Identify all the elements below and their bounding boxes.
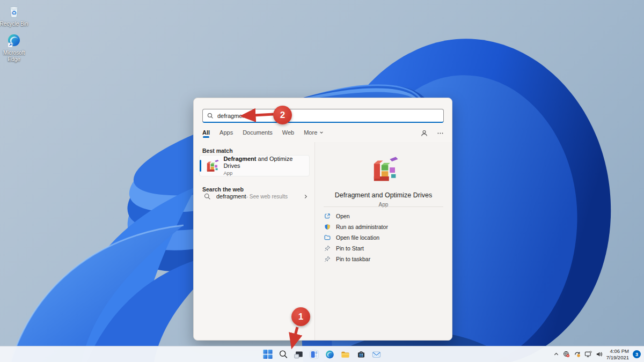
- pin-icon: [324, 245, 331, 252]
- edge-icon: [6, 32, 22, 48]
- tray-security-alert-icon[interactable]: [563, 351, 570, 358]
- action-run-as-administrator[interactable]: Run as administrator: [324, 221, 447, 232]
- action-pin-to-start[interactable]: Pin to Start: [324, 243, 447, 254]
- web-search-result[interactable]: defragment - See web results: [199, 189, 311, 203]
- mail-icon: [372, 350, 382, 359]
- tab-apps[interactable]: Apps: [219, 129, 233, 138]
- system-tray: 4:06 PM 7/19/2021 3: [553, 346, 641, 362]
- tab-more[interactable]: More: [304, 129, 324, 138]
- web-result-query: defragment: [216, 193, 246, 200]
- desktop-icon-label: Microsoft Edge: [0, 50, 31, 62]
- annotation-arrow-to-taskbar-search: [283, 326, 305, 353]
- annotation-step-1: 1: [291, 307, 310, 326]
- search-icon: [204, 193, 211, 200]
- best-match-header: Best match: [202, 147, 314, 154]
- microsoft-store-button[interactable]: [355, 348, 368, 361]
- annotation-step-1-number: 1: [291, 307, 310, 326]
- desktop-icon-label: Recycle Bin: [0, 21, 28, 27]
- account-icon[interactable]: [420, 129, 428, 137]
- desktop-icon-microsoft-edge[interactable]: Microsoft Edge: [0, 32, 31, 62]
- action-pin-to-taskbar[interactable]: Pin to taskbar: [324, 254, 447, 264]
- svg-text:♻: ♻: [11, 10, 17, 16]
- edge-icon: [325, 350, 335, 359]
- tray-update-pending-icon[interactable]: [574, 351, 581, 358]
- annotation-step-2-number: 2: [273, 106, 292, 124]
- preview-app-title: Defragment and Optimize Drives: [335, 191, 432, 199]
- best-match-title: Defragment and Optimize Drives: [223, 156, 309, 169]
- tab-web[interactable]: Web: [282, 129, 294, 138]
- web-result-suffix: - See web results: [246, 194, 288, 200]
- widgets-icon: [310, 350, 319, 359]
- search-results: Best match Defrag: [194, 142, 452, 340]
- chevron-right-icon[interactable]: [303, 194, 308, 199]
- start-button[interactable]: [261, 348, 274, 361]
- best-match-result[interactable]: Defragment and Optimize Drives App: [199, 155, 310, 176]
- recycle-bin-icon: ♻: [6, 3, 22, 19]
- tray-volume-icon[interactable]: [596, 351, 603, 358]
- notification-count-badge[interactable]: 3: [633, 350, 641, 358]
- tab-all[interactable]: All: [202, 129, 210, 138]
- folder-icon: [324, 234, 331, 241]
- action-open-file-location[interactable]: Open file location: [324, 232, 447, 243]
- tray-pc-icon[interactable]: [584, 351, 592, 358]
- search-icon: [207, 113, 214, 119]
- widgets-button[interactable]: [308, 348, 321, 361]
- selection-accent-bar: [200, 160, 201, 172]
- pin-icon: [324, 256, 331, 262]
- store-icon: [356, 350, 365, 359]
- defrag-app-icon: [204, 158, 219, 173]
- desktop-icon-recycle-bin[interactable]: ♻ Recycle Bin: [0, 3, 31, 27]
- desktop: ♻ Recycle Bin Microsoft Edge: [0, 0, 644, 362]
- context-actions: Open Run as administrator Open file loca…: [324, 211, 447, 264]
- clock-date: 7/19/2021: [606, 354, 629, 360]
- edge-taskbar-button[interactable]: [324, 348, 336, 361]
- search-flyout: defragment All Apps Documents Web More: [193, 98, 452, 341]
- open-icon: [324, 213, 331, 219]
- action-open[interactable]: Open: [324, 211, 447, 221]
- clock-time: 4:06 PM: [606, 348, 629, 354]
- taskbar: 4:06 PM 7/19/2021 3: [0, 346, 644, 362]
- more-options-icon[interactable]: [437, 130, 444, 137]
- divider: [324, 206, 443, 207]
- tray-chevron-up-icon[interactable]: [553, 351, 559, 357]
- defrag-app-icon-large: [369, 154, 399, 184]
- taskbar-clock[interactable]: 4:06 PM 7/19/2021: [606, 348, 629, 360]
- annotation-step-2: 2: [273, 106, 292, 124]
- chevron-down-icon: [319, 130, 324, 135]
- tab-documents[interactable]: Documents: [243, 129, 273, 138]
- search-filter-tabs: All Apps Documents Web More: [202, 129, 444, 141]
- best-match-subtitle: App: [223, 170, 309, 176]
- file-explorer-icon: [341, 350, 350, 359]
- admin-shield-icon: [324, 224, 331, 230]
- mail-button[interactable]: [370, 348, 383, 361]
- file-explorer-button[interactable]: [339, 348, 352, 361]
- windows-logo-icon: [262, 349, 273, 359]
- preview-pane: Defragment and Optimize Drives App Open: [314, 142, 452, 340]
- annotation-arrow-to-search-box: [236, 107, 279, 124]
